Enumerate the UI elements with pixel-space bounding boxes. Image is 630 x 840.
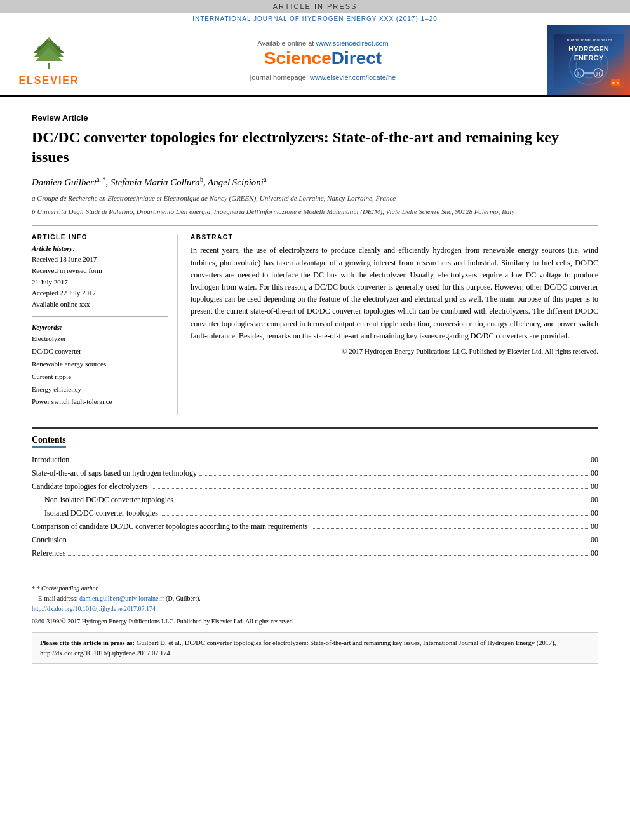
- keywords-group: Keywords: Electrolyzer DC/DC converter R…: [32, 323, 168, 408]
- keywords-label: Keywords:: [32, 323, 168, 331]
- author3-name: , Angel Scipioni: [203, 177, 264, 187]
- sd-science-text: Science: [264, 48, 332, 68]
- doi-link[interactable]: http://dx.doi.org/10.1016/j.ijhydene.201…: [32, 605, 156, 612]
- authors-line: Damien Guilberta, *, Stefania Maria Coll…: [32, 176, 598, 188]
- svg-text:ENERGY: ENERGY: [574, 54, 604, 62]
- revised-date: 21 July 2017: [32, 277, 168, 288]
- keywords-list: Electrolyzer DC/DC converter Renewable e…: [32, 333, 168, 408]
- corresponding-note: * * Corresponding author.: [32, 583, 598, 594]
- history-label: Article history:: [32, 244, 168, 252]
- left-column: ARTICLE INFO Article history: Received 1…: [32, 234, 178, 415]
- top-header: ELSEVIER Available online at www.science…: [0, 25, 630, 97]
- main-content: Review Article DC/DC converter topologie…: [0, 97, 630, 674]
- author2-name: , Stefania Maria Collura: [106, 177, 200, 187]
- toc-item-comparison: Comparison of candidate DC/DC converter …: [32, 521, 598, 532]
- cover-image-icon: International Journal of HYDROGEN ENERGY…: [554, 34, 624, 88]
- affiliation-b: b Università Degli Studi di Palermo, Dip…: [32, 206, 598, 217]
- divider-keywords: [32, 316, 168, 317]
- keyword-1: Electrolyzer: [32, 333, 168, 345]
- abstract-text: In recent years, the use of electrolyzer…: [191, 244, 598, 342]
- svg-text:H: H: [577, 71, 581, 77]
- svg-text:International Journal of: International Journal of: [565, 38, 612, 42]
- article-history-group: Article history: Received 18 June 2017 R…: [32, 244, 168, 310]
- center-header: Available online at www.sciencedirect.co…: [98, 25, 547, 95]
- email-note: E-mail address: damien.guilbert@univ-lor…: [32, 594, 598, 604]
- aip-banner-text: ARTICLE IN PRESS: [273, 3, 358, 10]
- keyword-3: Renewable energy sources: [32, 358, 168, 371]
- keyword-5: Energy efficiency: [32, 383, 168, 396]
- article-info-heading: ARTICLE INFO: [32, 234, 168, 241]
- toc-item-non-isolated: Non-isolated DC/DC converter topologies …: [32, 494, 598, 505]
- available-online: Available online at www.sciencedirect.co…: [257, 39, 388, 47]
- accepted-date: Accepted 22 July 2017: [32, 288, 168, 299]
- sd-direct-text: Direct: [332, 48, 382, 68]
- sciencedirect-url[interactable]: www.sciencedirect.com: [316, 39, 388, 47]
- corresponding-star: *: [32, 585, 35, 592]
- toc-item-candidate: Candidate topologies for electrolyzers 0…: [32, 481, 598, 492]
- toc-item-isolated: Isolated DC/DC converter topologies 00: [32, 507, 598, 519]
- doi-line: http://dx.doi.org/10.1016/j.ijhydene.201…: [32, 604, 598, 614]
- revised-label: Received in revised form: [32, 265, 168, 277]
- contents-section: Contents Introduction 00 State-of-the-ar…: [32, 427, 598, 559]
- article-info-abstract: ARTICLE INFO Article history: Received 1…: [32, 234, 598, 415]
- elsevier-tree-icon: [20, 34, 77, 72]
- sciencedirect-logo: ScienceDirect: [264, 48, 382, 69]
- elsevier-label: ELSEVIER: [18, 75, 79, 86]
- author1-sup: a, *: [97, 176, 105, 183]
- journal-homepage: journal homepage: www.elsevier.com/locat…: [250, 74, 396, 81]
- keyword-6: Power switch fault-tolerance: [32, 396, 168, 408]
- toc-item-conclusion: Conclusion 00: [32, 534, 598, 545]
- right-column: ABSTRACT In recent years, the use of ele…: [191, 234, 598, 415]
- article-title: DC/DC converter topologies for electroly…: [32, 128, 598, 167]
- journal-header-text: INTERNATIONAL JOURNAL OF HYDROGEN ENERGY…: [192, 15, 438, 22]
- divider-1: [32, 225, 598, 226]
- toc-item-references: References 00: [32, 547, 598, 559]
- hydrogen-energy-cover: International Journal of HYDROGEN ENERGY…: [547, 25, 630, 95]
- available-online: Available online xxx: [32, 299, 168, 310]
- abstract-heading: ABSTRACT: [191, 234, 598, 241]
- contents-title: Contents: [32, 435, 66, 448]
- svg-point-5: [57, 46, 60, 50]
- keyword-4: Current ripple: [32, 371, 168, 383]
- elsevier-logo-box: ELSEVIER: [0, 25, 98, 95]
- svg-rect-0: [48, 63, 50, 69]
- aip-banner: ARTICLE IN PRESS: [0, 0, 630, 13]
- received-date: Received 18 June 2017: [32, 254, 168, 265]
- author1-name: Damien Guilbert: [32, 177, 97, 187]
- citation-box: Please cite this article in press as: Gu…: [32, 632, 598, 664]
- svg-point-6: [48, 38, 50, 41]
- footer-area: * * Corresponding author. E-mail address…: [32, 578, 598, 625]
- citation-label: Please cite this article in press as:: [40, 639, 135, 646]
- svg-text:ELS: ELS: [612, 81, 619, 85]
- svg-point-4: [37, 46, 41, 50]
- journal-header: INTERNATIONAL JOURNAL OF HYDROGEN ENERGY…: [0, 13, 630, 25]
- toc-item-state-art: State-of-the-art of saps based on hydrog…: [32, 467, 598, 479]
- keyword-2: DC/DC converter: [32, 345, 168, 358]
- author3-sup: a: [264, 176, 266, 183]
- copyright-line: © 2017 Hydrogen Energy Publications LLC.…: [191, 347, 598, 355]
- issn-line: 0360-3199/© 2017 Hydrogen Energy Publica…: [32, 618, 598, 625]
- article-type-label: Review Article: [32, 113, 598, 123]
- affiliation-a: a Groupe de Recherche en Electrotechniqu…: [32, 193, 598, 204]
- email-link[interactable]: damien.guilbert@univ-lorraine.fr: [79, 595, 164, 602]
- svg-text:HYDROGEN: HYDROGEN: [568, 45, 609, 53]
- svg-text:H: H: [596, 71, 600, 77]
- journal-homepage-url[interactable]: www.elsevier.com/locate/he: [310, 74, 396, 81]
- toc-item-introduction: Introduction 00: [32, 454, 598, 465]
- affiliations: a Groupe de Recherche en Electrotechniqu…: [32, 193, 598, 217]
